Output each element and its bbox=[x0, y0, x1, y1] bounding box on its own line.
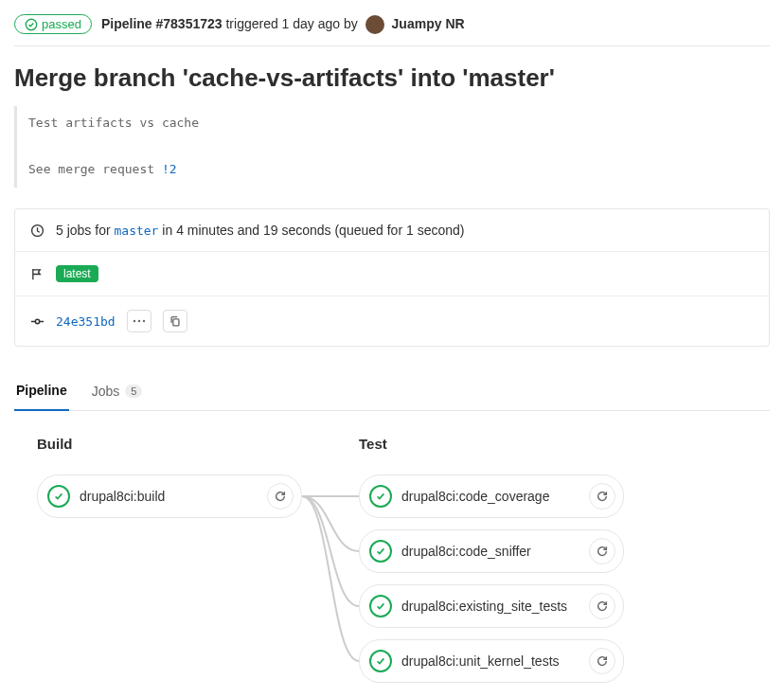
tags-row: latest bbox=[15, 252, 769, 296]
retry-button[interactable] bbox=[589, 593, 615, 619]
jobs-summary-text: 5 jobs for master in 4 minutes and 19 se… bbox=[56, 223, 464, 238]
svg-point-4 bbox=[137, 320, 139, 322]
jobs-count-badge: 5 bbox=[125, 385, 142, 398]
stage-column: Builddrupal8ci:build bbox=[37, 436, 302, 683]
retry-button[interactable] bbox=[589, 483, 615, 510]
svg-point-5 bbox=[142, 320, 144, 322]
divider bbox=[14, 45, 770, 46]
svg-point-3 bbox=[133, 320, 134, 322]
job-status-icon bbox=[369, 540, 392, 563]
tab-pipeline[interactable]: Pipeline bbox=[14, 371, 69, 411]
stage-title: Build bbox=[37, 436, 302, 452]
job-name: drupal8ci:existing_site_tests bbox=[401, 599, 579, 614]
clock-icon bbox=[30, 224, 45, 238]
retry-button[interactable] bbox=[589, 538, 615, 564]
status-label: passed bbox=[42, 17, 81, 31]
pipeline-header: passed Pipeline #78351723 triggered 1 da… bbox=[14, 14, 770, 34]
status-badge: passed bbox=[14, 14, 92, 34]
stage-title: Test bbox=[359, 436, 624, 452]
job-list: drupal8ci:code_coveragedrupal8ci:code_sn… bbox=[359, 474, 624, 683]
job-status-icon bbox=[47, 485, 70, 508]
job-pill[interactable]: drupal8ci:code_coverage bbox=[359, 474, 624, 518]
job-status-icon bbox=[369, 595, 392, 617]
commit-title: Merge branch 'cache-vs-artifacts' into '… bbox=[14, 63, 770, 93]
merge-request-link[interactable]: !2 bbox=[162, 162, 177, 176]
pipeline-id[interactable]: Pipeline #78351723 bbox=[101, 15, 223, 30]
commit-body-line: Test artifacts vs cache bbox=[28, 112, 770, 135]
latest-badge: latest bbox=[56, 265, 98, 282]
ellipsis-icon bbox=[133, 318, 146, 324]
job-name: drupal8ci:code_sniffer bbox=[401, 544, 579, 559]
commit-sha-row: 24e351bd bbox=[15, 296, 769, 346]
avatar[interactable] bbox=[365, 15, 384, 34]
job-list: drupal8ci:build bbox=[37, 474, 302, 518]
job-pill[interactable]: drupal8ci:build bbox=[37, 474, 302, 518]
pipeline-meta: Pipeline #78351723 triggered 1 day ago b… bbox=[101, 15, 465, 34]
author-name[interactable]: Juampy NR bbox=[392, 15, 465, 30]
commit-icon bbox=[30, 314, 45, 329]
job-pill[interactable]: drupal8ci:code_sniffer bbox=[359, 529, 624, 573]
triggered-text: triggered 1 day ago by bbox=[225, 15, 357, 30]
retry-button[interactable] bbox=[589, 648, 615, 674]
pipeline-graph: Builddrupal8ci:buildTestdrupal8ci:code_c… bbox=[14, 411, 770, 698]
job-name: drupal8ci:build bbox=[80, 489, 258, 504]
flag-icon bbox=[30, 267, 45, 281]
tab-jobs[interactable]: Jobs 5 bbox=[90, 371, 145, 410]
job-pill[interactable]: drupal8ci:unit_kernel_tests bbox=[359, 639, 624, 683]
commit-body-line: See merge request !2 bbox=[28, 158, 770, 182]
branch-link[interactable]: master bbox=[114, 224, 158, 238]
job-status-icon bbox=[369, 650, 392, 672]
check-circle-icon bbox=[25, 18, 38, 31]
jobs-summary-row: 5 jobs for master in 4 minutes and 19 se… bbox=[15, 209, 769, 252]
svg-point-2 bbox=[35, 319, 39, 323]
copy-icon bbox=[169, 314, 182, 328]
retry-button[interactable] bbox=[267, 483, 294, 510]
copy-sha-button[interactable] bbox=[163, 310, 187, 332]
tabs: Pipeline Jobs 5 bbox=[14, 371, 770, 411]
job-name: drupal8ci:unit_kernel_tests bbox=[401, 653, 579, 669]
commit-body: Test artifacts vs cache See merge reques… bbox=[14, 106, 770, 188]
commit-sha-link[interactable]: 24e351bd bbox=[56, 314, 116, 329]
stage-column: Testdrupal8ci:code_coveragedrupal8ci:cod… bbox=[359, 436, 624, 683]
svg-rect-6 bbox=[172, 319, 178, 326]
job-name: drupal8ci:code_coverage bbox=[401, 489, 579, 504]
info-panel: 5 jobs for master in 4 minutes and 19 se… bbox=[14, 208, 770, 347]
more-actions-button[interactable] bbox=[127, 310, 151, 332]
job-status-icon bbox=[369, 485, 392, 508]
job-pill[interactable]: drupal8ci:existing_site_tests bbox=[359, 584, 624, 628]
